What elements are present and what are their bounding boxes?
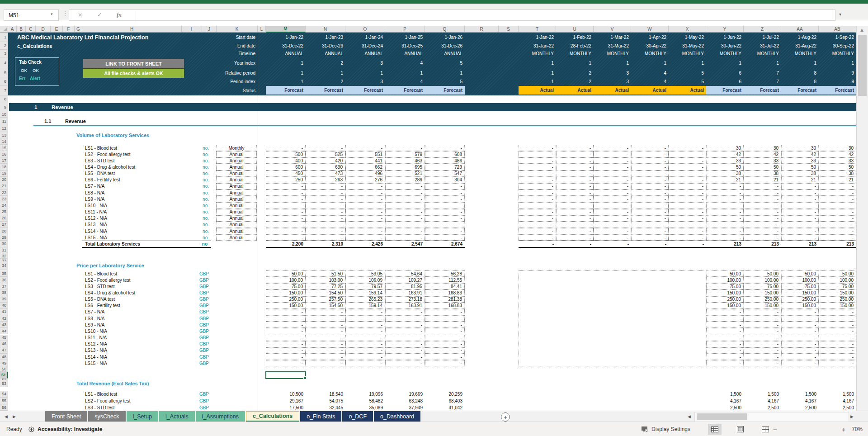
- period-year_index[interactable]: 1: [556, 57, 594, 68]
- column-header-P[interactable]: P: [385, 26, 425, 33]
- volume-cell[interactable]: -: [345, 215, 385, 222]
- volume-cell[interactable]: -: [425, 190, 465, 196]
- period-start[interactable]: 1-Jan-23: [306, 33, 345, 42]
- period-status[interactable]: Forecast: [345, 86, 385, 95]
- volume-cell[interactable]: -: [306, 145, 345, 151]
- total-cell[interactable]: -: [631, 241, 669, 247]
- volume-cell[interactable]: -: [345, 234, 385, 241]
- column-header-V[interactable]: V: [594, 26, 631, 33]
- volume-cell[interactable]: -: [519, 222, 556, 228]
- volume-cell[interactable]: 695: [385, 164, 425, 170]
- volume-cell[interactable]: -: [556, 157, 594, 164]
- row-header-9[interactable]: 9: [0, 103, 8, 111]
- period-relative_period[interactable]: 1: [306, 68, 345, 77]
- row-header-44[interactable]: 44: [0, 328, 8, 334]
- price-cell[interactable]: 54.64: [385, 270, 425, 277]
- period-status[interactable]: Actual: [556, 86, 594, 95]
- price-cell[interactable]: -: [306, 335, 345, 341]
- period-end[interactable]: 31-Dec-24: [345, 42, 385, 50]
- column-header-J[interactable]: J: [202, 26, 217, 33]
- basis-dropdown-cell[interactable]: Annual: [216, 171, 257, 177]
- volume-cell[interactable]: -: [519, 215, 556, 222]
- period-period_index[interactable]: 7: [744, 77, 781, 86]
- volume-cell[interactable]: -: [345, 196, 385, 202]
- page-layout-view-icon[interactable]: [733, 424, 747, 435]
- volume-cell[interactable]: -: [631, 171, 669, 177]
- revenue-cell[interactable]: 63,248: [385, 398, 425, 404]
- price-cell[interactable]: 250.00: [819, 296, 856, 303]
- volume-cell[interactable]: -: [556, 190, 594, 196]
- volume-cell[interactable]: 38: [781, 171, 819, 177]
- price-cell[interactable]: -: [306, 322, 345, 328]
- volume-cell[interactable]: 33: [781, 157, 819, 164]
- column-header-O[interactable]: O: [345, 26, 385, 33]
- period-year_index[interactable]: 1: [744, 57, 781, 68]
- period-start[interactable]: 1-Jan-24: [345, 33, 385, 42]
- period-year_index[interactable]: 1: [266, 57, 306, 68]
- basis-dropdown-cell[interactable]: Annual: [216, 202, 257, 209]
- period-timeline[interactable]: ANNUAL: [345, 50, 385, 57]
- period-start[interactable]: 1-Jan-22: [519, 33, 556, 42]
- column-header-C[interactable]: C: [26, 26, 36, 33]
- price-cell[interactable]: 168.83: [425, 303, 465, 309]
- price-cell[interactable]: 75.00: [266, 283, 306, 289]
- volume-cell[interactable]: 21: [706, 177, 744, 183]
- period-timeline[interactable]: ANNUAL: [385, 50, 425, 57]
- row-header-11[interactable]: 11: [0, 118, 8, 125]
- column-header-N[interactable]: N: [306, 26, 345, 33]
- price-cell[interactable]: 250.00: [706, 296, 744, 303]
- volume-cell[interactable]: -: [385, 215, 425, 222]
- volume-cell[interactable]: -: [631, 196, 669, 202]
- cancel-icon[interactable]: ×: [78, 11, 83, 18]
- volume-cell[interactable]: -: [631, 222, 669, 228]
- period-relative_period[interactable]: 1: [345, 68, 385, 77]
- price-cell[interactable]: -: [819, 322, 856, 328]
- volume-cell[interactable]: -: [385, 228, 425, 234]
- volume-cell[interactable]: -: [345, 228, 385, 234]
- price-cell[interactable]: 150.00: [819, 289, 856, 296]
- period-period_index[interactable]: 4: [385, 77, 425, 86]
- scroll-up-icon[interactable]: ▲: [860, 28, 863, 32]
- price-cell[interactable]: 112.55: [425, 277, 465, 283]
- price-cell[interactable]: 50.00: [819, 270, 856, 277]
- volume-cell[interactable]: 630: [306, 164, 345, 170]
- price-cell[interactable]: 50.00: [266, 270, 306, 277]
- volume-cell[interactable]: -: [594, 222, 631, 228]
- total-cell[interactable]: 2,426: [345, 241, 385, 247]
- period-period_index[interactable]: 5: [669, 77, 706, 86]
- period-timeline[interactable]: ANNUAL: [266, 50, 306, 57]
- volume-cell[interactable]: 547: [425, 171, 465, 177]
- price-cell[interactable]: -: [781, 360, 819, 366]
- price-cell[interactable]: -: [744, 328, 781, 334]
- period-timeline[interactable]: MONTHLY: [819, 50, 856, 57]
- row-header-19[interactable]: 19: [0, 171, 8, 177]
- price-cell[interactable]: -: [385, 341, 425, 347]
- volume-cell[interactable]: -: [631, 151, 669, 157]
- basis-dropdown-cell[interactable]: Monthly: [216, 145, 257, 151]
- volume-cell[interactable]: -: [669, 171, 706, 177]
- price-cell[interactable]: -: [744, 335, 781, 341]
- period-start[interactable]: 1-Mar-22: [594, 33, 631, 42]
- volume-cell[interactable]: -: [345, 222, 385, 228]
- price-cell[interactable]: -: [744, 309, 781, 315]
- volume-cell[interactable]: 33: [819, 157, 856, 164]
- price-cell[interactable]: 150.00: [266, 289, 306, 296]
- column-header-A[interactable]: A: [8, 26, 17, 33]
- volume-cell[interactable]: -: [556, 177, 594, 183]
- volume-cell[interactable]: -: [556, 234, 594, 241]
- period-relative_period[interactable]: 1: [519, 68, 556, 77]
- volume-cell[interactable]: -: [631, 177, 669, 183]
- volume-cell[interactable]: -: [744, 228, 781, 234]
- price-cell[interactable]: -: [306, 360, 345, 366]
- price-cell[interactable]: -: [781, 315, 819, 322]
- price-cell[interactable]: -: [385, 347, 425, 354]
- period-relative_period[interactable]: 4: [631, 68, 669, 77]
- volume-cell[interactable]: -: [556, 183, 594, 190]
- volume-cell[interactable]: -: [594, 177, 631, 183]
- price-cell[interactable]: 168.83: [425, 289, 465, 296]
- volume-cell[interactable]: 42: [781, 151, 819, 157]
- price-cell[interactable]: 154.50: [306, 289, 345, 296]
- basis-dropdown-cell[interactable]: Annual: [216, 177, 257, 183]
- sheet-tab-o-dashboard[interactable]: o_Dashboard: [374, 411, 420, 422]
- row-header-38[interactable]: 38: [0, 289, 8, 296]
